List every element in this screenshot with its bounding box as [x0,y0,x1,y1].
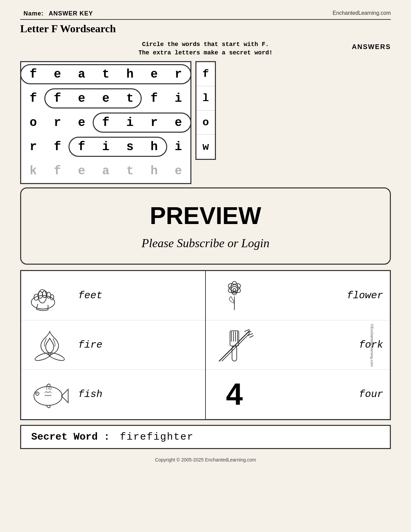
fire-image [28,326,72,363]
grid-cell: a [94,159,118,183]
vocab-site-rotated: ©EnchantedLearning.com [370,324,374,366]
grid-cell: i [166,86,190,110]
vocabulary-section: feet fire [20,270,391,420]
answer-cell: o [196,110,215,135]
svg-point-10 [48,351,65,362]
svg-line-30 [219,331,249,361]
vocab-word-flower: flower [347,290,383,301]
fish-image [28,376,72,413]
flower-image [213,277,256,314]
grid-cell: a [70,62,94,86]
grid-cell: f [21,62,45,86]
grid-cell: e [166,159,190,183]
svg-point-0 [31,296,55,309]
instructions-wrapper: Circle the words that start with F. The … [20,40,391,57]
grid-cell: e [142,62,166,86]
grid-cell: k [21,159,45,183]
grid-cell: f [45,159,70,183]
answer-column: f l o w [195,61,216,160]
feet-image [28,277,72,314]
header: Name: ANSWER KEY EnchantedLearning.com [20,10,391,20]
four-number: 4 [226,379,243,409]
grid-cell: t [118,86,142,110]
page-title: Letter F Wordsearch [20,23,391,35]
grid-row-3: r f f i s h i [21,135,190,159]
vocab-left-col: feet fire [21,271,206,419]
vocab-word-fish: fish [78,389,102,400]
name-value: ANSWER KEY [49,10,93,17]
grid-cell: t [94,62,118,86]
grid-cell: i [94,135,118,159]
answer-cell: l [196,86,215,110]
grid-cell: f [21,86,45,110]
grid-cell: f [45,86,70,110]
svg-line-35 [249,336,254,338]
preview-overlay: PREVIEW Please Subscribe or Login [20,187,391,265]
grid-cell: h [142,135,166,159]
answers-label: ANSWERS [352,43,391,51]
grid-cell: r [45,110,70,135]
grid-row-0: f e a t h e r [21,62,190,86]
vocab-right-col: flower [206,271,390,419]
vocab-word-feet: feet [78,290,102,301]
answer-cell: f [196,62,215,86]
grid-row-4: k f e a t h e [21,159,190,183]
copyright: Copyright © 2005-2025 EnchantedLearning.… [20,457,391,462]
vocab-item-fork: fork [206,320,390,370]
grid-cell: s [118,135,142,159]
grid-cell: r [166,62,190,86]
fork-image [213,326,256,363]
vocab-item-feet: feet [21,271,205,320]
preview-subtitle: Please Subscribe or Login [41,236,370,250]
grid-cell: r [21,135,45,159]
instructions: Circle the words that start with F. The … [20,40,391,57]
grid-cell: e [166,110,190,135]
grid-cell: f [142,86,166,110]
grid-cell: f [70,135,94,159]
grid-row-2: o r e f i r e [21,110,190,135]
name-prefix-label: Name: [24,10,44,17]
four-image: 4 [213,376,256,413]
grid-cell: h [118,62,142,86]
grid-area: f e a t h e r f f e e t f [20,61,391,184]
answer-cell: w [196,135,215,159]
grid-cell: f [94,110,118,135]
grid-cell: i [118,110,142,135]
instruction-line1: Circle the words that start with F. [20,40,391,49]
svg-line-17 [51,387,51,390]
grid-cell: f [45,135,70,159]
svg-line-14 [46,387,47,390]
preview-title: PREVIEW [41,202,370,229]
grid-row-1: f f e e t f i [21,86,190,110]
grid-cell: t [118,159,142,183]
vocab-item-flower: flower [206,271,390,320]
grid-cell: e [45,62,70,86]
grid-cell: e [70,110,94,135]
grid-cell: e [94,86,118,110]
grid-cell: i [166,135,190,159]
grid-cell: r [142,110,166,135]
vocab-word-fire: fire [78,339,102,351]
grid-cell: h [142,159,166,183]
wordsearch-grid: f e a t h e r f f e e t f [20,61,191,184]
instruction-line2: The extra letters make a secret word! [20,49,391,57]
name-field: Name: ANSWER KEY [20,10,93,17]
vocab-item-fire: fire [21,320,205,370]
grid-cell: e [70,86,94,110]
site-name: EnchantedLearning.com [333,10,391,16]
svg-point-23 [233,289,236,291]
grid-wrapper: f e a t h e r f f e e t f [20,61,191,184]
vocab-item-four: 4 four [206,370,390,419]
svg-point-13 [37,393,38,394]
vocab-word-four: four [359,389,383,400]
secret-word-bar: Secret Word : firefighter [20,425,391,449]
secret-word-label: Secret Word : [31,431,110,443]
secret-word-value: firefighter [120,431,194,443]
vocab-item-fish: fish [21,370,205,419]
grid-cell: o [21,110,45,135]
grid-cell: e [70,159,94,183]
